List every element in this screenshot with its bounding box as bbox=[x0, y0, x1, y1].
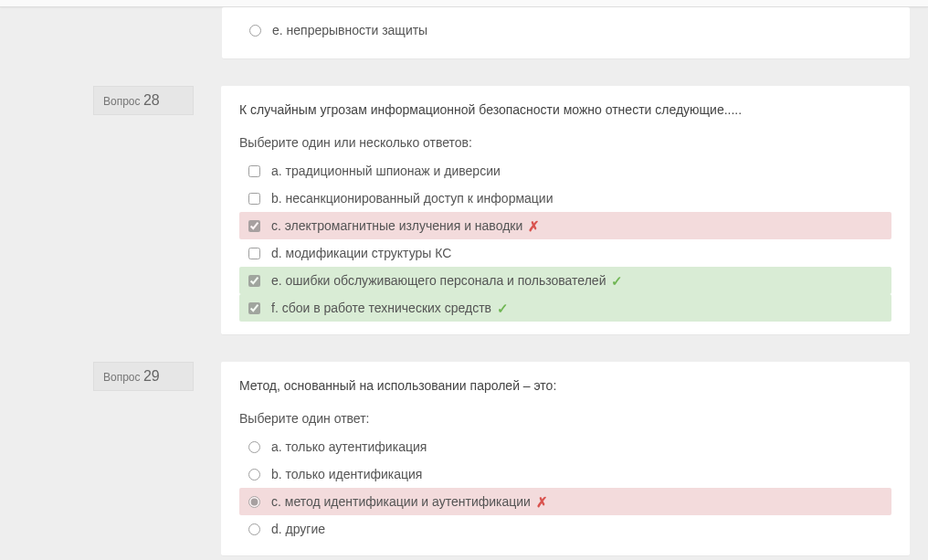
check-icon: ✓ bbox=[497, 301, 509, 315]
answer-list: a. традиционный шпионаж и диверсии b. не… bbox=[239, 157, 891, 322]
question-row-28: Вопрос 28 К случайным угрозам информацио… bbox=[18, 86, 910, 334]
answer-option[interactable]: b. несанкционированный доступ к информац… bbox=[239, 185, 891, 212]
question-card: К случайным угрозам информационной безоп… bbox=[221, 86, 910, 334]
question-row-29: Вопрос 29 Метод, основанный на использов… bbox=[18, 362, 910, 555]
option-label: b. только идентификация bbox=[271, 467, 422, 481]
checkbox-option-f[interactable] bbox=[248, 302, 260, 314]
answer-option[interactable]: d. другие bbox=[239, 515, 891, 543]
check-icon: ✓ bbox=[611, 274, 623, 288]
radio-option-e[interactable] bbox=[249, 25, 261, 37]
checkbox-option-e[interactable] bbox=[248, 275, 260, 287]
radio-option-d[interactable] bbox=[248, 523, 260, 535]
cross-icon: ✗ bbox=[528, 219, 540, 233]
answer-option[interactable]: b. только идентификация bbox=[239, 460, 891, 488]
answer-prompt: Выберите один ответ: bbox=[239, 411, 891, 426]
option-label: b. несанкционированный доступ к информац… bbox=[271, 191, 554, 206]
question-text: К случайным угрозам информационной безоп… bbox=[239, 102, 891, 117]
checkbox-option-b[interactable] bbox=[248, 193, 260, 205]
option-label: e. ошибки обслуживающего персонала и пол… bbox=[271, 273, 606, 288]
question-word: Вопрос bbox=[103, 371, 141, 384]
radio-option-b[interactable] bbox=[248, 469, 260, 481]
question-card-partial: e. непрерывности защиты bbox=[222, 7, 910, 58]
container: e. непрерывности защиты Вопрос 28 К случ… bbox=[0, 7, 928, 560]
radio-option-c[interactable] bbox=[248, 496, 260, 508]
option-label: c. метод идентификации и аутентификации bbox=[271, 494, 531, 509]
answer-prompt: Выберите один или несколько ответов: bbox=[239, 135, 891, 150]
answer-option[interactable]: e. непрерывности защиты bbox=[240, 16, 891, 44]
answer-option[interactable]: a. только аутентификация bbox=[239, 433, 891, 460]
answer-list: e. непрерывности защиты bbox=[240, 16, 891, 44]
answer-option[interactable]: e. ошибки обслуживающего персонала и пол… bbox=[239, 267, 891, 294]
question-number: 28 bbox=[143, 92, 160, 108]
question-word: Вопрос bbox=[103, 95, 141, 108]
option-label: a. только аутентификация bbox=[271, 439, 427, 454]
answer-option[interactable]: c. метод идентификации и аутентификации … bbox=[239, 488, 891, 515]
option-label: e. непрерывности защиты bbox=[272, 23, 427, 37]
cross-icon: ✗ bbox=[536, 495, 548, 509]
question-number: 29 bbox=[143, 368, 160, 384]
top-bar bbox=[0, 0, 928, 7]
question-card: Метод, основанный на использовании парол… bbox=[221, 362, 910, 555]
option-label: d. другие bbox=[271, 522, 325, 536]
answer-option[interactable]: c. электромагнитные излучения и наводки … bbox=[239, 212, 891, 239]
radio-option-a[interactable] bbox=[248, 441, 260, 453]
answer-list: a. только аутентификация b. только идент… bbox=[239, 433, 891, 543]
checkbox-option-a[interactable] bbox=[248, 165, 260, 177]
question-text: Метод, основанный на использовании парол… bbox=[239, 378, 891, 393]
checkbox-option-d[interactable] bbox=[248, 248, 260, 259]
answer-option[interactable]: d. модификации структуры КС bbox=[239, 239, 891, 267]
checkbox-option-c[interactable] bbox=[248, 220, 260, 232]
option-label: f. сбои в работе технических средств bbox=[271, 301, 491, 315]
answer-option[interactable]: f. сбои в работе технических средств ✓ bbox=[239, 294, 891, 322]
question-label: Вопрос 28 bbox=[93, 86, 194, 115]
option-label: c. электромагнитные излучения и наводки bbox=[271, 218, 522, 233]
option-label: d. модификации структуры КС bbox=[271, 246, 451, 260]
option-label: a. традиционный шпионаж и диверсии bbox=[271, 164, 501, 178]
question-label: Вопрос 29 bbox=[93, 362, 194, 391]
answer-option[interactable]: a. традиционный шпионаж и диверсии bbox=[239, 157, 891, 185]
